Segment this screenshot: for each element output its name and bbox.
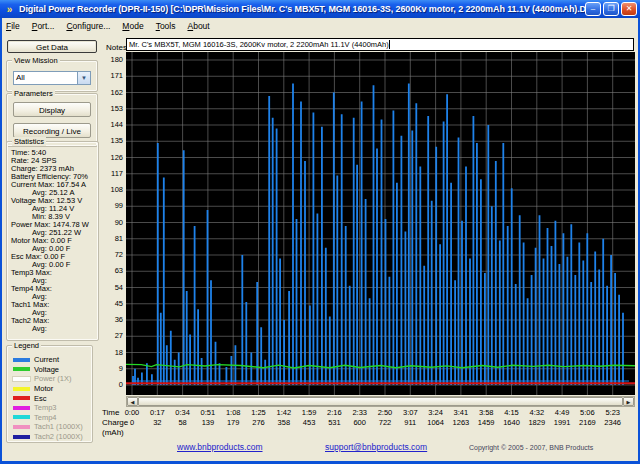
charge-tick-label: 32 (153, 418, 161, 427)
stat-line: Temp4 Max: (11, 285, 96, 293)
legend-item[interactable]: Current (13, 355, 90, 365)
time-tick-label: 2:50 (378, 408, 393, 417)
scrollbar-thumb[interactable] (138, 397, 623, 406)
text-caret (389, 40, 390, 49)
menu-bar: FilePort...Configure...ModeToolsAbout (2, 18, 638, 33)
support-email-link[interactable]: support@bnbproducts.com (325, 442, 427, 452)
y-axis-tick-label: 18 (99, 349, 123, 357)
website-link[interactable]: www.bnbproducts.com (177, 442, 263, 452)
legend-swatch-icon (13, 367, 30, 371)
close-button[interactable]: ✕ (621, 2, 637, 16)
y-axis-tick-label: 90 (99, 219, 123, 227)
y-axis-tick-label: 171 (99, 72, 123, 80)
time-tick-label: 5:06 (580, 408, 595, 417)
time-tick-label: 0:00 (125, 408, 140, 417)
menu-item-configure[interactable]: Configure... (66, 21, 110, 31)
charge-tick-label: 722 (379, 418, 392, 427)
y-axis-tick-label: 0 (99, 381, 123, 389)
time-tick-label: 0:51 (201, 408, 216, 417)
time-tick-label: 4:49 (555, 408, 570, 417)
title-bar: » Digital Power Recorder (DPR-II-150) [C… (0, 0, 640, 18)
charge-tick-label: 2169 (579, 418, 596, 427)
copyright-text: Copyright © 2005 - 2007, BNB Products (469, 444, 593, 451)
display-button[interactable]: Display (13, 102, 91, 117)
notes-label: Notes (106, 43, 127, 52)
time-tick-row: 0:000:170:340:511:081:251:421:592:162:33… (2, 408, 638, 417)
statistics-label: Statistics (12, 137, 46, 146)
legend-item[interactable]: Voltage (13, 365, 90, 375)
legend-swatch-icon (13, 358, 30, 362)
charge-tick-label: 453 (303, 418, 316, 427)
chart-plot[interactable] (126, 52, 635, 395)
legend-list: CurrentVoltagePower (1X)MotorEscTemp3Tem… (13, 355, 90, 441)
y-axis-tick-label: 153 (99, 105, 123, 113)
charge-tick-label: 139 (202, 418, 215, 427)
time-tick-label: 3:07 (403, 408, 418, 417)
view-mission-group: View Mission All ▼ (6, 60, 98, 92)
app-icon: » (3, 3, 16, 16)
scroll-left-icon[interactable]: ◀ (127, 397, 138, 406)
stat-line: Tach1 Max: (11, 301, 96, 309)
charge-tick-label: 1064 (427, 418, 444, 427)
y-axis-tick-label: 117 (99, 170, 123, 178)
charge-tick-label: 179 (227, 418, 240, 427)
window-title: Digital Power Recorder (DPR-II-150) [C:\… (19, 4, 585, 14)
y-axis-tick-label: 108 (99, 186, 123, 194)
notes-text: Mr. C's MBX5T, MGM 16016-3S, 2600Kv moto… (129, 40, 389, 49)
time-tick-label: 0:34 (175, 408, 190, 417)
time-tick-label: 1:25 (251, 408, 266, 417)
y-axis-tick-label: 135 (99, 137, 123, 145)
recording-live-button[interactable]: Recording / Live (13, 123, 91, 138)
y-axis-tick-label: 27 (99, 332, 123, 340)
parameters-label: Parameters (12, 89, 55, 98)
time-tick-label: 1:59 (302, 408, 317, 417)
window-body: Get Data View Mission All ▼ Parameters D… (2, 33, 638, 461)
y-axis-tick-label: 45 (99, 300, 123, 308)
y-axis-tick-label: 36 (99, 316, 123, 324)
charge-tick-label: 1263 (453, 418, 470, 427)
legend-item-label: Voltage (34, 365, 59, 374)
restore-button[interactable]: ❐ (603, 2, 619, 16)
charge-tick-label: 1459 (478, 418, 495, 427)
menu-item-about[interactable]: About (187, 21, 209, 31)
legend-item-label: Motor (34, 384, 53, 393)
legend-item[interactable]: Motor (13, 384, 90, 394)
legend-item[interactable]: Esc (13, 393, 90, 403)
get-data-button[interactable]: Get Data (7, 40, 97, 53)
y-axis-tick-label: 144 (99, 121, 123, 129)
menu-item-mode[interactable]: Mode (122, 21, 143, 31)
legend-label: Legend (12, 341, 41, 350)
y-axis-tick-label: 54 (99, 284, 123, 292)
chevron-down-icon[interactable]: ▼ (77, 72, 90, 84)
time-tick-label: 3:24 (428, 408, 443, 417)
y-axis-tick-label: 162 (99, 89, 123, 97)
notes-input[interactable]: Mr. C's MBX5T, MGM 16016-3S, 2600Kv moto… (126, 38, 634, 51)
menu-item-tools[interactable]: Tools (156, 21, 176, 31)
mission-select[interactable]: All ▼ (13, 71, 91, 85)
menu-item-file[interactable]: File (6, 21, 20, 31)
scroll-right-icon[interactable]: ▶ (623, 397, 634, 406)
legend-item-label: Current (34, 355, 59, 364)
stat-line: Avg: (11, 325, 96, 333)
y-axis-tick-label: 72 (99, 251, 123, 259)
stat-line: Temp3 Max: (11, 269, 96, 277)
charge-tick-label: 2346 (604, 418, 621, 427)
legend-item[interactable]: Tach2 (1000X) (13, 432, 90, 442)
horizontal-scrollbar[interactable]: ◀ ▶ (126, 396, 635, 407)
charge-tick-row: 0325813917927635845353160072291110641263… (2, 418, 638, 427)
charge-tick-label: 1829 (528, 418, 545, 427)
charge-tick-label: 531 (328, 418, 341, 427)
y-axis-tick-label: 81 (99, 235, 123, 243)
legend-swatch-icon (13, 396, 30, 400)
time-tick-label: 5:23 (605, 408, 620, 417)
time-tick-label: 1:08 (226, 408, 241, 417)
charge-unit-caption: (mAh) (102, 428, 124, 437)
statistics-group: Statistics Time: 5:40Rate: 24 SPSCharge:… (6, 141, 99, 341)
minimize-button[interactable]: – (585, 2, 601, 16)
y-axis-tick-label: 180 (99, 56, 123, 64)
menu-item-port[interactable]: Port... (32, 21, 55, 31)
time-tick-label: 2:16 (327, 408, 342, 417)
charge-tick-label: 600 (353, 418, 366, 427)
legend-item[interactable]: Power (1X) (13, 374, 90, 384)
y-axis-tick-label: 9 (99, 365, 123, 373)
